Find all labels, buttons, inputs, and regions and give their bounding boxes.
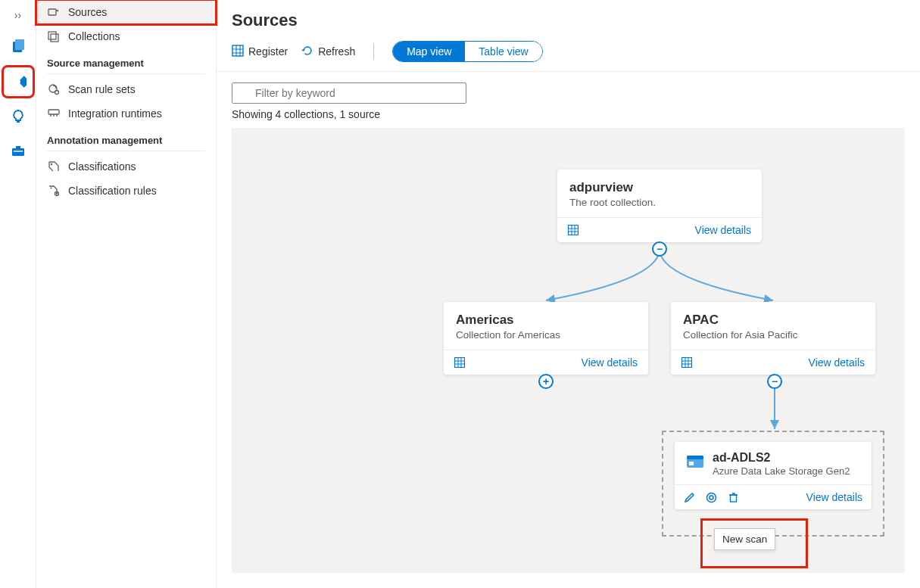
svg-rect-1 bbox=[15, 39, 24, 50]
collection-node-root[interactable]: adpurview The root collection. View deta… bbox=[557, 170, 762, 242]
grid-icon[interactable] bbox=[568, 225, 579, 235]
svg-point-24 bbox=[707, 493, 716, 502]
source-subtitle: Azure Data Lake Storage Gen2 bbox=[713, 465, 850, 477]
svg-rect-9 bbox=[48, 32, 56, 39]
svg-rect-5 bbox=[12, 148, 24, 156]
svg-point-3 bbox=[16, 79, 20, 84]
register-button[interactable]: Register bbox=[232, 45, 288, 59]
svg-rect-18 bbox=[569, 226, 579, 235]
svg-rect-4 bbox=[17, 121, 20, 123]
svg-rect-19 bbox=[455, 358, 465, 368]
svg-rect-23 bbox=[689, 462, 694, 465]
node-subtitle: Collection for Americas bbox=[456, 329, 636, 341]
sidebar-item-label: Sources bbox=[68, 6, 107, 18]
separator bbox=[373, 43, 374, 60]
rail-management-icon[interactable] bbox=[5, 138, 32, 165]
map-canvas[interactable]: adpurview The root collection. View deta… bbox=[232, 128, 905, 573]
node-title: adpurview bbox=[569, 180, 750, 195]
view-details-link[interactable]: View details bbox=[809, 356, 865, 369]
rail-insights-icon[interactable] bbox=[5, 103, 32, 130]
node-subtitle: The root collection. bbox=[569, 197, 750, 208]
sidebar-item-label: Scan rule sets bbox=[68, 83, 136, 95]
sidebar-item-label: Classification rules bbox=[68, 185, 157, 197]
edit-icon[interactable] bbox=[684, 492, 695, 503]
sidebar-header-source-management: Source management bbox=[36, 48, 216, 73]
register-label: Register bbox=[248, 45, 288, 58]
grid-icon bbox=[232, 45, 244, 59]
divider bbox=[47, 73, 205, 74]
view-details-link[interactable]: View details bbox=[695, 224, 751, 236]
grid-icon[interactable] bbox=[681, 357, 692, 368]
svg-point-14 bbox=[51, 163, 53, 166]
nav-rail: ›› bbox=[0, 0, 36, 588]
sidebar-item-label: Collections bbox=[68, 30, 120, 42]
map-view-tab[interactable]: Map view bbox=[393, 42, 465, 61]
delete-icon[interactable] bbox=[728, 492, 739, 503]
tooltip-new-scan: New scan bbox=[714, 528, 775, 550]
collections-icon bbox=[47, 30, 61, 42]
toolbar: Register Refresh Map view Table view bbox=[217, 38, 920, 72]
table-view-tab[interactable]: Table view bbox=[465, 42, 541, 61]
collection-node-apac[interactable]: APAC Collection for Asia Pacific View de… bbox=[671, 302, 875, 375]
sidebar-item-collections[interactable]: Collections bbox=[36, 24, 216, 48]
svg-rect-26 bbox=[731, 495, 737, 502]
node-subtitle: Collection for Asia Pacific bbox=[683, 329, 863, 341]
filter-row bbox=[217, 72, 920, 108]
source-title: ad-ADLS2 bbox=[713, 451, 850, 465]
refresh-label: Refresh bbox=[318, 45, 355, 58]
grid-icon[interactable] bbox=[454, 357, 465, 368]
svg-rect-6 bbox=[16, 146, 20, 148]
new-scan-icon[interactable] bbox=[706, 492, 717, 503]
sidebar-item-label: Integration runtimes bbox=[68, 107, 162, 120]
node-title: Americas bbox=[456, 313, 636, 328]
rail-data-catalog-icon[interactable] bbox=[5, 33, 32, 61]
sidebar-item-scan-rule-sets[interactable]: Scan rule sets bbox=[36, 77, 216, 101]
expand-rail-button[interactable]: ›› bbox=[14, 5, 21, 26]
collapse-button[interactable]: − bbox=[767, 374, 782, 389]
svg-point-25 bbox=[709, 496, 713, 499]
sidebar-item-classification-rules[interactable]: Classification rules bbox=[36, 179, 216, 203]
svg-rect-20 bbox=[682, 358, 692, 368]
view-details-link[interactable]: View details bbox=[582, 356, 638, 369]
sidebar-item-classifications[interactable]: Classifications bbox=[36, 154, 216, 179]
divider bbox=[47, 151, 205, 151]
runtime-icon bbox=[47, 107, 61, 120]
sidebar-item-label: Classifications bbox=[68, 160, 136, 173]
sidebar-header-annotation-management: Annotation management bbox=[36, 126, 216, 151]
scan-rule-icon bbox=[47, 83, 61, 95]
svg-point-12 bbox=[55, 91, 59, 95]
expand-button[interactable]: + bbox=[538, 374, 554, 389]
sidebar-item-integration-runtimes[interactable]: Integration runtimes bbox=[36, 101, 216, 126]
svg-rect-13 bbox=[48, 110, 59, 114]
view-details-link[interactable]: View details bbox=[806, 491, 862, 503]
classification-rules-icon bbox=[47, 185, 61, 197]
page-title: Sources bbox=[217, 0, 920, 38]
sidebar: Sources Collections Source management Sc… bbox=[36, 0, 217, 588]
status-line: Showing 4 collections, 1 source bbox=[217, 108, 920, 128]
sidebar-item-sources[interactable]: Sources bbox=[36, 0, 216, 24]
view-toggle: Map view Table view bbox=[392, 41, 543, 62]
source-node-adls2[interactable]: ad-ADLS2 Azure Data Lake Storage Gen2 bbox=[675, 442, 872, 509]
svg-rect-22 bbox=[687, 456, 703, 459]
svg-rect-17 bbox=[232, 45, 243, 56]
svg-point-15 bbox=[51, 188, 52, 189]
refresh-button[interactable]: Refresh bbox=[301, 45, 355, 59]
svg-rect-8 bbox=[48, 9, 56, 15]
refresh-icon bbox=[301, 45, 313, 59]
sources-icon bbox=[47, 6, 61, 18]
collapse-button[interactable]: − bbox=[652, 241, 667, 257]
collection-node-americas[interactable]: Americas Collection for Americas View de… bbox=[444, 302, 648, 375]
main-content: Sources Register Refresh Map view Table … bbox=[217, 0, 920, 588]
svg-rect-10 bbox=[51, 34, 58, 42]
svg-rect-7 bbox=[14, 151, 23, 152]
filter-input[interactable] bbox=[232, 82, 466, 104]
rail-data-map-icon[interactable] bbox=[5, 68, 32, 95]
storage-icon bbox=[685, 451, 705, 477]
node-title: APAC bbox=[683, 313, 863, 328]
classifications-icon bbox=[47, 160, 61, 173]
